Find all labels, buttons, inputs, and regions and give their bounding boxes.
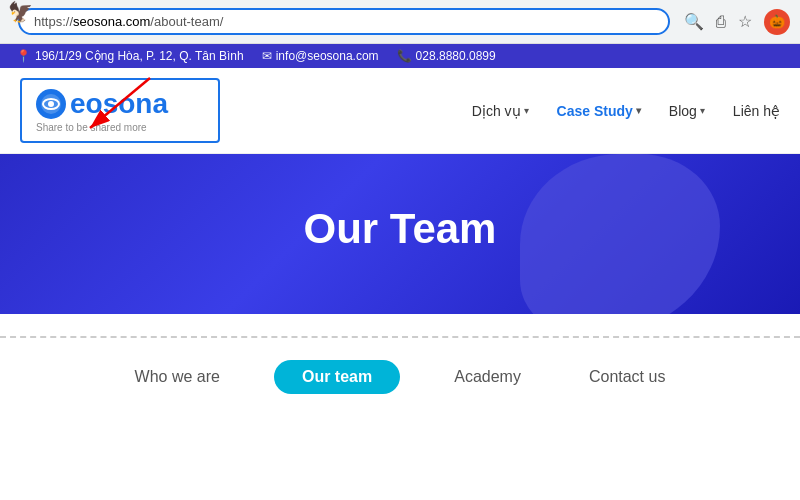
logo-name: eosona: [70, 88, 168, 120]
nav-label-lienhe: Liên hệ: [733, 103, 780, 119]
url-prefix: https://: [34, 14, 73, 29]
address-info: 📍 196/1/29 Cộng Hòa, P. 12, Q. Tân Bình: [16, 49, 244, 63]
tab-label-contact-us: Contact us: [589, 368, 665, 385]
star-icon[interactable]: ☆: [738, 12, 752, 31]
site-header: eosona Share to be shared more Dịch vụ ▾…: [0, 68, 800, 154]
hero-title: Our Team: [304, 205, 497, 253]
nav-label-casestudy: Case Study: [557, 103, 633, 119]
email-info: ✉ info@seosona.com: [262, 49, 379, 63]
tab-label-who-we-are: Who we are: [135, 368, 220, 385]
user-avatar[interactable]: 🎃: [764, 9, 790, 35]
search-icon[interactable]: 🔍: [684, 12, 704, 31]
chevron-down-icon: ▾: [524, 105, 529, 116]
nav-label-blog: Blog: [669, 103, 697, 119]
browser-chrome: 🦅 https://seosona.com/about-team/ 🔍 ⎙ ☆ …: [0, 0, 800, 44]
tab-contact-us[interactable]: Contact us: [575, 362, 679, 392]
nav-item-lienhe[interactable]: Liên hệ: [733, 103, 780, 119]
address-text: 196/1/29 Cộng Hòa, P. 12, Q. Tân Bình: [35, 49, 244, 63]
info-bar: 📍 196/1/29 Cộng Hòa, P. 12, Q. Tân Bình …: [0, 44, 800, 68]
favicon-icon: 🦅: [8, 0, 33, 24]
location-icon: 📍: [16, 49, 31, 63]
logo-icon: [36, 89, 66, 119]
chevron-down-icon: ▾: [700, 105, 705, 116]
nav-menu: Dịch vụ ▾ Case Study ▾ Blog ▾ Liên hệ: [472, 103, 780, 119]
tab-label-academy: Academy: [454, 368, 521, 385]
address-bar[interactable]: https://seosona.com/about-team/: [18, 8, 670, 35]
nav-label-dichvu: Dịch vụ: [472, 103, 521, 119]
phone-icon: 📞: [397, 49, 412, 63]
logo-box[interactable]: eosona Share to be shared more: [20, 78, 220, 143]
wave-divider: [0, 314, 800, 338]
tab-our-team[interactable]: Our team: [274, 360, 400, 394]
logo-text: eosona: [36, 88, 168, 120]
nav-item-dichvu[interactable]: Dịch vụ ▾: [472, 103, 529, 119]
chevron-down-icon: ▾: [636, 105, 641, 116]
tabs-section: Who we are Our team Academy Contact us: [0, 338, 800, 412]
tab-academy[interactable]: Academy: [440, 362, 535, 392]
tab-who-we-are[interactable]: Who we are: [121, 362, 234, 392]
hero-blob: [520, 154, 720, 314]
browser-actions: 🔍 ⎙ ☆ 🎃: [684, 9, 790, 35]
phone-text: 028.8880.0899: [416, 49, 496, 63]
svg-point-4: [48, 101, 54, 107]
share-icon[interactable]: ⎙: [716, 13, 726, 31]
logo-tagline: Share to be shared more: [36, 122, 147, 133]
nav-item-casestudy[interactable]: Case Study ▾: [557, 103, 641, 119]
nav-item-blog[interactable]: Blog ▾: [669, 103, 705, 119]
email-icon: ✉: [262, 49, 272, 63]
hero-section: Our Team: [0, 154, 800, 314]
url-domain: seosona.com: [73, 14, 150, 29]
email-text: info@seosona.com: [276, 49, 379, 63]
tab-label-our-team: Our team: [302, 368, 372, 385]
url-path: /about-team/: [150, 14, 223, 29]
favicon-area: 🦅: [8, 0, 33, 24]
phone-info: 📞 028.8880.0899: [397, 49, 496, 63]
